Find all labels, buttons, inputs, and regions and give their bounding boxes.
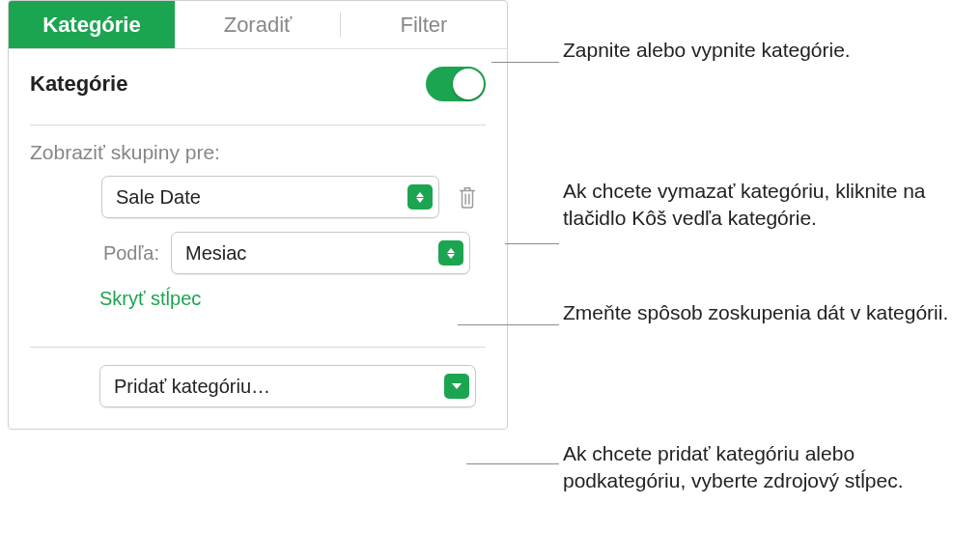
categories-panel: Kategórie Zoradiť Filter Kategórie Zobra… bbox=[8, 0, 508, 430]
add-category-value: Pridať kategóriu… bbox=[114, 376, 444, 398]
add-category-select[interactable]: Pridať kategóriu… bbox=[99, 365, 476, 407]
column-select[interactable]: Sale Date bbox=[101, 176, 439, 218]
callout-toggle: Zapnite alebo vypnite kategórie. bbox=[563, 37, 851, 64]
trash-icon bbox=[457, 184, 478, 210]
callout-add: Ak chcete pridať kategóriu alebo podkate… bbox=[563, 440, 953, 495]
tab-filter[interactable]: Filter bbox=[341, 1, 507, 48]
by-row: Podľa: Mesiac bbox=[30, 232, 486, 274]
callout-text: Ak chcete pridať kategóriu alebo podkate… bbox=[563, 440, 953, 495]
chevron-down-icon bbox=[444, 374, 469, 399]
updown-icon bbox=[407, 184, 433, 210]
delete-category-button[interactable] bbox=[453, 184, 482, 210]
tab-sort[interactable]: Zoradiť bbox=[175, 1, 341, 48]
updown-icon bbox=[438, 240, 463, 266]
group-section: Zobraziť skupiny pre: Sale Date Podľa: M… bbox=[9, 126, 507, 333]
column-select-value: Sale Date bbox=[116, 186, 407, 209]
by-label: Podľa: bbox=[99, 242, 159, 265]
section-title: Kategórie bbox=[30, 71, 127, 97]
hide-column-link[interactable]: Skryť stĺpec bbox=[30, 288, 486, 310]
grouping-select-value: Mesiac bbox=[185, 242, 438, 265]
categories-toggle[interactable] bbox=[426, 67, 486, 101]
add-row: Pridať kategóriu… bbox=[30, 365, 486, 407]
toggle-knob bbox=[453, 69, 484, 99]
callout-trash: Ak chcete vymazať kategóriu, kliknite na… bbox=[563, 178, 953, 233]
column-select-row: Sale Date bbox=[30, 176, 486, 218]
grouping-select[interactable]: Mesiac bbox=[171, 232, 470, 274]
tab-bar: Kategórie Zoradiť Filter bbox=[9, 1, 507, 49]
add-section: Pridať kategóriu… bbox=[9, 348, 507, 429]
callout-text: Zmeňte spôsob zoskupenia dát v kategórii… bbox=[563, 299, 948, 326]
callout-text: Zapnite alebo vypnite kategórie. bbox=[563, 37, 851, 64]
header-section: Kategórie bbox=[9, 49, 507, 111]
tab-categories[interactable]: Kategórie bbox=[9, 1, 175, 48]
callout-grouping: Zmeňte spôsob zoskupenia dát v kategórii… bbox=[563, 299, 948, 326]
callout-text: Ak chcete vymazať kategóriu, kliknite na… bbox=[563, 178, 953, 233]
show-groups-for-label: Zobraziť skupiny pre: bbox=[30, 141, 486, 164]
